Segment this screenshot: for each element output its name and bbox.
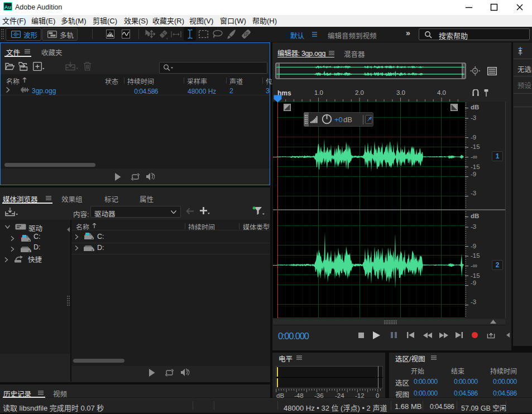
svg-text:Au: Au: [4, 4, 12, 10]
